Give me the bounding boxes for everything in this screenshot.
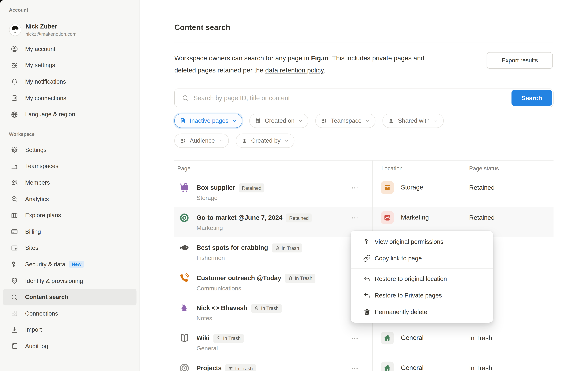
page-subtitle: General (197, 345, 218, 352)
filter-chip-inactive-pages[interactable]: Inactive pages (174, 114, 242, 128)
page-title: Content search (174, 22, 554, 32)
target-icon (178, 212, 190, 224)
chevron-down-icon (365, 118, 370, 123)
bullseye-icon (178, 362, 190, 371)
account-nav: My account My settings My notifications … (0, 41, 139, 123)
status-badge: In Trash (285, 274, 315, 283)
row-menu-button[interactable] (350, 184, 359, 192)
filter-chips-row-1: Inactive pages Created on Teamspace Shar… (174, 114, 554, 128)
search-bar: Search (174, 89, 554, 107)
page-subtitle: Marketing (197, 225, 223, 232)
sidebar-item-my-account[interactable]: My account (3, 41, 136, 57)
sidebar-item-import[interactable]: Import (3, 322, 136, 338)
table-row-projects[interactable]: Projects In Trash General In Trash (174, 358, 554, 371)
sidebar-item-identity-provisioning[interactable]: Identity & provisioning (3, 273, 136, 289)
sidebar-item-language-region[interactable]: Language & region (3, 106, 136, 123)
results-table: Page Location Page status Box supplier R… (174, 160, 554, 371)
storage-icon (381, 181, 394, 194)
chevron-down-icon (219, 138, 223, 143)
map-icon (10, 211, 18, 219)
person-icon (241, 137, 248, 144)
page-subtitle: Notes (197, 315, 212, 322)
new-badge: New (69, 261, 84, 268)
sidebar-item-security-data[interactable]: Security & data New (3, 256, 136, 273)
sidebar-item-sites[interactable]: Sites (3, 240, 136, 256)
sidebar-item-my-notifications[interactable]: My notifications (3, 74, 136, 90)
chevron-down-icon (284, 138, 289, 143)
page-subtitle: Fishermen (197, 255, 225, 262)
table-row-wiki[interactable]: Wiki In Trash General General In Trash (174, 328, 554, 358)
key-icon (10, 261, 18, 268)
page-description: Workspace owners can search for any page… (174, 52, 444, 76)
sidebar-item-analytics[interactable]: Analytics (3, 191, 136, 207)
account-user: Nick Zuber nickz@makenotion.com (9, 22, 139, 37)
sidebar-item-my-connections[interactable]: My connections (3, 90, 136, 106)
row-menu-button[interactable] (350, 214, 359, 222)
workspace-section-label: Workspace (9, 131, 139, 138)
gear-icon (10, 146, 18, 154)
status-badge: In Trash (272, 244, 302, 253)
menu-item-restore-to-private-pages[interactable]: Restore to Private pages (351, 287, 493, 303)
grid-icon (10, 310, 18, 317)
avatar (9, 23, 21, 36)
sidebar-item-my-settings[interactable]: My settings (3, 57, 136, 74)
arrow-square-icon (10, 94, 18, 102)
filter-chips-row-2: Audience Created by (174, 134, 554, 148)
page-icon (180, 117, 186, 124)
data-retention-policy-link[interactable]: data retention policy (265, 66, 323, 74)
location-cell: General (381, 332, 424, 344)
sidebar-item-explore-plans[interactable]: Explore plans (3, 207, 136, 224)
page-status-cell: In Trash (469, 365, 492, 371)
sidebar-item-audit-log[interactable]: Audit log (3, 338, 136, 354)
workspace-nav: Settings Teamspaces Members Analytics Ex… (0, 142, 139, 354)
trash-icon (363, 308, 371, 316)
sites-icon (10, 244, 18, 252)
sidebar: Account Nick Zuber nickz@makenotion.com … (0, 0, 140, 371)
column-header-page: Page (177, 165, 190, 171)
menu-item-copy-link-to-page[interactable]: Copy link to page (351, 250, 493, 266)
link-icon (363, 254, 371, 262)
sidebar-item-settings[interactable]: Settings (3, 142, 136, 158)
analytics-icon (10, 195, 18, 203)
column-header-page-status: Page status (469, 165, 499, 171)
chevron-down-icon (433, 118, 438, 123)
export-results-button[interactable]: Export results (487, 52, 553, 69)
sidebar-item-teamspaces[interactable]: Teamspaces (3, 158, 136, 174)
row-context-menu: View original permissions Copy link to p… (351, 231, 493, 323)
filter-chip-audience[interactable]: Audience (174, 134, 229, 148)
search-input[interactable] (193, 89, 513, 107)
row-menu-button[interactable] (350, 335, 359, 342)
page-title-cell: Best spots for crabbing (197, 244, 268, 252)
sidebar-item-connections[interactable]: Connections (3, 305, 136, 322)
sidebar-item-members[interactable]: Members (3, 174, 136, 191)
page-title-cell: Box supplier (197, 184, 235, 192)
location-cell: Storage (381, 181, 423, 194)
filter-chip-teamspace[interactable]: Teamspace (315, 114, 375, 128)
search-button[interactable]: Search (511, 90, 552, 106)
menu-item-view-original-permissions[interactable]: View original permissions (351, 233, 493, 250)
page-status-cell: Retained (469, 214, 495, 222)
title-divider (174, 42, 554, 42)
chart-icon (381, 211, 394, 224)
sidebar-item-content-search[interactable]: Content search (3, 289, 136, 305)
row-menu-button[interactable] (350, 365, 359, 371)
shield-icon (10, 277, 18, 285)
horse-icon: ♞ (178, 302, 190, 314)
menu-item-restore-to-original-location[interactable]: Restore to original location (351, 271, 493, 287)
search-icon (10, 293, 18, 301)
table-row-box-supplier[interactable]: Box supplier Retained Storage Storage Re… (174, 177, 554, 207)
building-icon (10, 162, 18, 170)
status-badge: Retained (286, 213, 312, 223)
status-badge: Retained (239, 183, 264, 192)
user-email: nickz@makenotion.com (26, 31, 77, 37)
fish-icon (178, 242, 190, 254)
menu-item-permanently-delete[interactable]: Permanently delete (351, 303, 493, 320)
members-icon (10, 179, 18, 187)
page-title-cell: Projects (197, 365, 221, 371)
filter-chip-created-by[interactable]: Created by (236, 134, 294, 148)
sidebar-item-billing[interactable]: Billing (3, 223, 136, 240)
page-title-cell: Nick <> Bhavesh (197, 305, 247, 312)
filter-chip-created-on[interactable]: Created on (250, 114, 308, 128)
filter-chip-shared-with[interactable]: Shared with (382, 114, 443, 128)
sliders-icon (10, 61, 18, 69)
